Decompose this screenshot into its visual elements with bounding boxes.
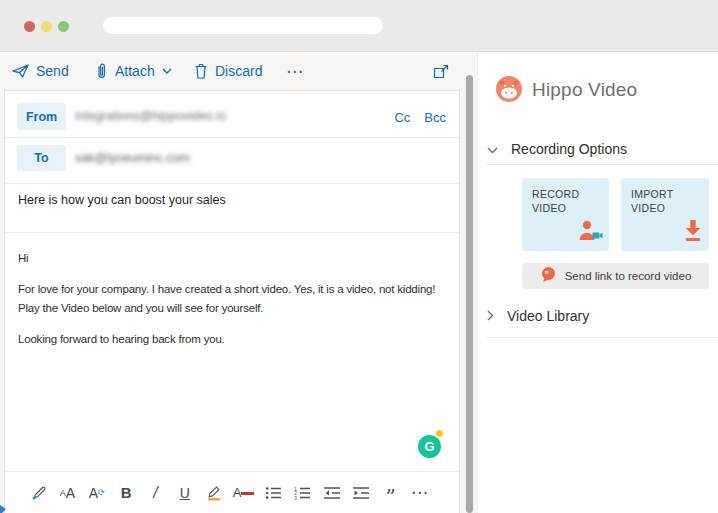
paperclip-icon — [95, 62, 108, 80]
body-closing: Looking forward to hearing back from you… — [18, 330, 454, 349]
import-video-card[interactable]: IMPORT VIDEO — [621, 178, 709, 251]
chevron-right-icon — [487, 307, 494, 325]
chat-bubble-icon: ” — [540, 266, 557, 287]
chevron-down-icon — [487, 140, 498, 158]
compose-card: From integrations@hippovideo.io Cc Bcc T… — [4, 90, 460, 513]
cc-button[interactable]: Cc — [394, 110, 410, 125]
format-painter-button[interactable] — [25, 480, 51, 506]
bold-button[interactable]: B — [113, 480, 139, 506]
app-title: Hippo Video — [532, 79, 637, 101]
indent-button[interactable] — [348, 480, 374, 506]
discard-button[interactable]: Discard — [194, 52, 262, 90]
import-download-icon — [683, 219, 703, 246]
recording-options-section[interactable]: Recording Options — [487, 140, 627, 158]
chevron-down-icon — [162, 68, 172, 74]
recording-options-label: Recording Options — [511, 141, 627, 157]
compose-toolbar: Send Attach Discard ⋯ — [0, 52, 477, 90]
traffic-light-zoom-icon[interactable] — [58, 21, 69, 32]
attach-button[interactable]: Attach — [95, 52, 172, 90]
section-divider — [486, 337, 718, 338]
toolbar-more-button[interactable]: ⋯ — [286, 52, 304, 90]
grammarly-icon[interactable]: G — [418, 435, 441, 458]
cursor-artifact — [0, 505, 6, 513]
trash-icon — [194, 63, 208, 79]
record-video-card[interactable]: RECORD VIDEO — [522, 178, 609, 251]
to-button[interactable]: To — [17, 145, 66, 171]
outdent-button[interactable] — [319, 480, 345, 506]
numbered-list-button[interactable]: 123 — [289, 480, 315, 506]
to-address[interactable]: sak@lyceuminc.com — [75, 151, 190, 165]
vertical-scrollbar[interactable] — [466, 75, 473, 513]
open-in-new-window-icon — [433, 64, 449, 79]
record-video-label: RECORD VIDEO — [532, 187, 592, 215]
format-toolbar: AA A⟳ B / U A 123 ” ⋯ — [5, 472, 459, 513]
address-bar[interactable] — [103, 17, 383, 34]
discard-label: Discard — [215, 63, 262, 79]
bullet-list-button[interactable] — [260, 480, 286, 506]
record-video-icon — [576, 219, 603, 246]
send-link-button[interactable]: ” Send link to record video — [522, 263, 709, 289]
svg-text:3: 3 — [294, 494, 297, 499]
field-divider — [5, 137, 459, 138]
highlight-button[interactable] — [201, 480, 227, 506]
font-color-button[interactable]: A — [231, 480, 257, 506]
body-greeting: Hi — [18, 249, 454, 268]
underline-button[interactable]: U — [172, 480, 198, 506]
format-more-button[interactable]: ⋯ — [407, 480, 433, 506]
italic-button[interactable]: / — [143, 480, 169, 506]
traffic-light-minimize-icon[interactable] — [41, 21, 52, 32]
traffic-light-close-icon[interactable] — [24, 21, 35, 32]
quote-button[interactable]: ” — [378, 480, 404, 506]
send-label: Send — [36, 63, 69, 79]
video-library-label: Video Library — [507, 308, 589, 324]
bcc-button[interactable]: Bcc — [424, 110, 446, 125]
video-library-section[interactable]: Video Library — [487, 307, 589, 325]
subject-field[interactable]: Here is how you can boost your sales — [18, 193, 226, 207]
svg-text:”: ” — [544, 269, 549, 279]
font-button[interactable]: AA — [54, 480, 80, 506]
font-size-button[interactable]: A⟳ — [84, 480, 110, 506]
field-divider — [5, 232, 459, 233]
browser-titlebar — [0, 0, 718, 52]
hippo-video-panel: Hippo Video Recording Options RECORD VID… — [477, 52, 718, 513]
grammarly-status-dot — [435, 429, 444, 438]
hippo-video-logo-icon — [496, 76, 522, 102]
popout-button[interactable] — [433, 52, 449, 90]
from-address[interactable]: integrations@hippovideo.io — [75, 109, 226, 123]
import-video-label: IMPORT VIDEO — [631, 187, 691, 215]
field-divider — [5, 183, 459, 184]
send-link-label: Send link to record video — [565, 270, 692, 282]
message-body[interactable]: Hi For love for your company. I have cre… — [18, 249, 454, 349]
section-divider — [486, 164, 718, 165]
attach-label: Attach — [115, 63, 155, 79]
send-icon — [12, 64, 29, 78]
body-line: For love for your company. I have create… — [18, 280, 454, 299]
font-color-bar — [241, 492, 254, 495]
from-button[interactable]: From — [17, 103, 66, 130]
body-line: Play the Video below and you will see fo… — [18, 299, 454, 318]
send-button[interactable]: Send — [12, 52, 69, 90]
